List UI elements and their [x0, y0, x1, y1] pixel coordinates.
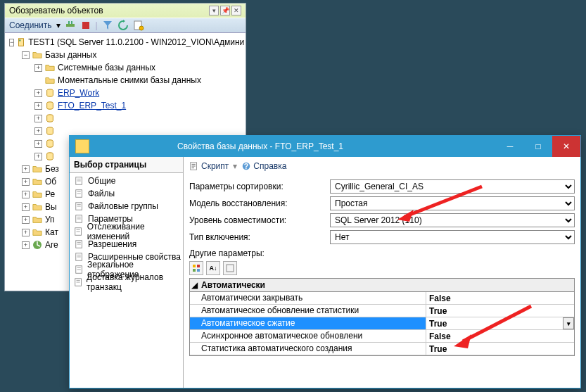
page-label: Доставка журналов транзакц: [87, 272, 181, 292]
expand-icon[interactable]: +: [34, 115, 42, 122]
tree-node-system-databases[interactable]: + Системные базы данных: [6, 61, 244, 74]
expand-icon[interactable]: +: [22, 191, 30, 198]
propgrid-property-value[interactable]: False: [426, 292, 574, 304]
expand-icon[interactable]: +: [34, 140, 42, 148]
expand-icon[interactable]: +: [22, 216, 30, 224]
script-button[interactable]: Скрипт: [189, 161, 229, 171]
propgrid-property-value[interactable]: False: [426, 330, 574, 342]
expand-icon[interactable]: +: [22, 203, 30, 211]
database-properties-dialog: Свойства базы данных - FTO_ERP_Test_1 ─ …: [69, 135, 581, 388]
recovery-model-select[interactable]: Простая: [330, 196, 575, 210]
page-label: Разрешения: [88, 239, 136, 249]
dropdown-icon[interactable]: ▾: [563, 317, 574, 329]
expand-icon[interactable]: +: [34, 102, 42, 110]
close-icon[interactable]: ✕: [231, 6, 241, 15]
svg-rect-31: [227, 265, 234, 272]
expand-icon[interactable]: +: [22, 241, 30, 249]
pin-icon[interactable]: 📌: [220, 6, 230, 15]
collation-select[interactable]: Cyrillic_General_CI_AS: [330, 179, 575, 194]
dialog-titlebar[interactable]: Свойства базы данных - FTO_ERP_Test_1 ─ …: [70, 136, 580, 157]
folder-icon: [32, 176, 43, 187]
propgrid-property-value[interactable]: True: [426, 305, 574, 317]
svg-rect-2: [71, 21, 72, 24]
object-explorer-toolbar: Соединить ▾ |: [5, 18, 246, 33]
expand-icon[interactable]: +: [22, 178, 30, 186]
alphabetical-view-button[interactable]: A↓: [206, 261, 220, 275]
page-label: Файловые группы: [88, 201, 158, 211]
tree-node-server[interactable]: − TEST1 (SQL Server 11.0.2100 - WIN2012_…: [6, 36, 244, 49]
page-icon: [74, 277, 84, 288]
propgrid-property-name: Автоматическое сжатие: [190, 317, 426, 329]
categorized-view-button[interactable]: [189, 261, 203, 275]
refresh-icon[interactable]: [117, 20, 129, 31]
propgrid-row[interactable]: Автоматически закрыватьFalse: [190, 292, 574, 305]
other-params-label: Другие параметры:: [189, 248, 575, 258]
page-icon: [74, 201, 85, 212]
page-list: ОбщиеФайлыФайловые группыПараметрыОтслеж…: [70, 173, 183, 290]
expand-icon[interactable]: +: [34, 64, 42, 72]
expand-icon[interactable]: +: [34, 89, 42, 97]
page-selector-item[interactable]: Общие: [71, 175, 181, 187]
tree-node-snapshots[interactable]: + Моментальные снимки базы данных: [6, 74, 244, 87]
object-explorer-title: Обозреватель объектов: [9, 6, 209, 15]
collapse-icon[interactable]: −: [22, 51, 30, 59]
stop-icon[interactable]: [80, 20, 91, 31]
maximize-button[interactable]: □: [524, 136, 552, 157]
database-icon: [44, 151, 56, 162]
page-icon: [74, 188, 85, 199]
propgrid-button[interactable]: [223, 261, 237, 275]
connect-button[interactable]: Соединить: [9, 20, 52, 30]
page-selector-item[interactable]: Отслеживание изменений: [71, 225, 181, 238]
propgrid-property-value[interactable]: True: [426, 343, 574, 355]
propgrid-toolbar: A↓: [189, 261, 575, 275]
propgrid-row[interactable]: Статистика автоматического созданияTrue: [190, 343, 574, 355]
help-button[interactable]: ? Справка: [241, 161, 286, 171]
collapse-icon[interactable]: ◢: [190, 280, 198, 290]
expand-icon[interactable]: +: [22, 229, 30, 236]
expand-icon[interactable]: +: [34, 127, 42, 135]
dropdown-icon[interactable]: ▾: [209, 6, 219, 15]
property-grid: ◢ Автоматически Автоматически закрыватьF…: [189, 278, 575, 356]
propgrid-row[interactable]: Автоматическое обновление статистикиTrue: [190, 305, 574, 317]
minimize-button[interactable]: ─: [496, 136, 524, 157]
svg-point-7: [19, 39, 21, 42]
propgrid-property-value[interactable]: True▾: [426, 317, 574, 329]
page-label: Отслеживание изменений: [87, 222, 181, 241]
page-selector-item[interactable]: Доставка журналов транзакц: [71, 276, 181, 289]
containment-select[interactable]: Нет: [330, 230, 575, 244]
folder-icon: [32, 227, 43, 238]
page-icon: [74, 264, 84, 275]
propgrid-property-name: Асинхронное автоматическое обновлени: [190, 330, 426, 342]
collapse-icon[interactable]: −: [9, 39, 14, 46]
page-icon: [74, 226, 84, 237]
containment-row: Тип включения: Нет: [189, 230, 575, 244]
compatibility-select[interactable]: SQL Server 2012 (110): [330, 213, 575, 227]
propgrid-category-header[interactable]: ◢ Автоматически: [190, 279, 574, 292]
page-selector-item[interactable]: Файловые группы: [71, 200, 181, 213]
expand-icon[interactable]: +: [34, 153, 42, 160]
tree-node-db-fto-erp-test[interactable]: + FTO_ERP_Test_1: [6, 99, 244, 112]
page-selector-item[interactable]: Файлы: [71, 187, 181, 200]
svg-rect-29: [193, 269, 196, 272]
tree-node-databases[interactable]: − Базы данных: [6, 49, 244, 61]
page-selector-title: Выбор страницы: [70, 157, 183, 173]
expand-icon[interactable]: +: [22, 165, 30, 173]
svg-rect-27: [193, 265, 196, 267]
collation-label: Параметры сортировки:: [189, 182, 330, 191]
folder-icon: [32, 163, 43, 175]
agent-icon: [32, 239, 43, 251]
tree-node[interactable]: +: [6, 112, 244, 125]
page-label: Файлы: [88, 189, 115, 198]
svg-rect-0: [66, 24, 75, 27]
disconnect-icon[interactable]: [65, 20, 76, 31]
filter-icon[interactable]: [102, 20, 113, 31]
propgrid-row[interactable]: Асинхронное автоматическое обновлениFals…: [190, 330, 574, 343]
close-button[interactable]: ✕: [552, 136, 580, 157]
tree-node-db-erp-work[interactable]: + ERP_Work: [6, 87, 244, 99]
folder-icon: [32, 189, 43, 200]
folder-icon: [32, 49, 43, 61]
propgrid-row[interactable]: Автоматическое сжатиеTrue▾: [190, 317, 574, 330]
svg-rect-3: [82, 22, 89, 29]
compatibility-row: Уровень совместимости: SQL Server 2012 (…: [189, 213, 575, 227]
properties-icon[interactable]: [133, 20, 144, 31]
